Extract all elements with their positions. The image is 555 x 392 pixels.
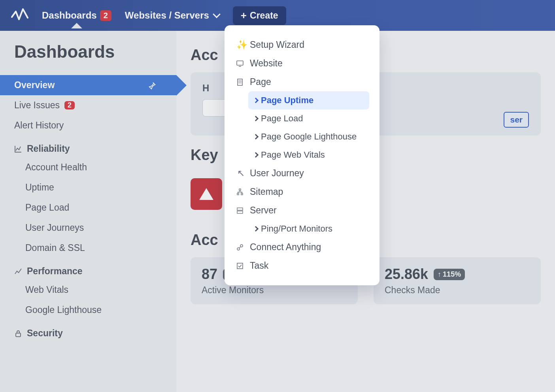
sitemap-icon [236, 188, 245, 196]
sidebar: Dashboards Overview Live Issues 2 Alert … [0, 31, 176, 392]
sidebar-alert-history-label: Alert History [14, 120, 64, 131]
nav-dashboards-badge: 2 [100, 10, 111, 21]
stat-monitors-label: Active Monitors [202, 285, 347, 296]
sidebar-group-security: Security [0, 320, 176, 342]
sidebar-web-vitals-label: Web Vitals [25, 285, 68, 295]
sidebar-item-page-load[interactable]: Page Load [0, 198, 176, 218]
dd-page-uptime[interactable]: Page Uptime [248, 91, 369, 109]
svg-rect-10 [237, 263, 243, 269]
dd-page[interactable]: Page [235, 73, 369, 91]
page-icon [236, 79, 245, 86]
dd-server[interactable]: Server [235, 201, 369, 220]
sidebar-item-overview[interactable]: Overview [0, 75, 176, 95]
sidebar-item-web-vitals[interactable]: Web Vitals [0, 280, 176, 300]
dd-setup-wizard[interactable]: ✨ Setup Wizard [235, 36, 369, 54]
sidebar-google-lighthouse-label: Google Lighthouse [25, 305, 102, 315]
stat-monitors-value: 87 [202, 266, 217, 283]
svg-rect-0 [16, 333, 21, 337]
dd-server-label: Server [250, 205, 277, 216]
chevron-right-icon [253, 98, 259, 103]
create-dropdown: ✨ Setup Wizard Website Page Page Uptime … [225, 25, 379, 285]
stat-checks-value: 25.86k [385, 266, 428, 283]
sidebar-group-performance-label: Performance [27, 266, 83, 277]
ser-button[interactable]: ser [504, 112, 529, 128]
dd-page-load[interactable]: Page Load [248, 109, 369, 128]
dd-sitemap[interactable]: Sitemap [235, 183, 369, 201]
dd-task[interactable]: Task [235, 256, 369, 275]
dd-setup-wizard-label: Setup Wizard [250, 40, 304, 50]
create-label: Create [250, 10, 278, 21]
task-icon [236, 262, 245, 270]
svg-rect-4 [237, 193, 239, 195]
dd-page-uptime-label: Page Uptime [261, 95, 313, 106]
stat-checks-delta: ↑ 115% [434, 269, 465, 280]
sidebar-overview-label: Overview [14, 80, 55, 90]
svg-rect-5 [241, 193, 243, 195]
sidebar-live-issues-label: Live Issues [14, 100, 60, 111]
dd-website-label: Website [250, 58, 283, 69]
alert-tile [191, 172, 222, 216]
sidebar-group-reliability: Reliability [0, 136, 176, 157]
chart-icon [14, 145, 22, 153]
sidebar-item-google-lighthouse[interactable]: Google Lighthouse [0, 300, 176, 320]
sidebar-item-user-journeys[interactable]: User Journeys [0, 218, 176, 238]
nav-websites-label: Websites / Servers [125, 10, 209, 21]
chevron-right-icon [253, 116, 259, 121]
sidebar-uptime-label: Uptime [25, 182, 54, 193]
svg-rect-7 [237, 211, 243, 213]
sidebar-item-uptime[interactable]: Uptime [0, 177, 176, 198]
sidebar-item-domain-ssl[interactable]: Domain & SSL [0, 238, 176, 258]
sidebar-account-health-label: Account Health [25, 162, 87, 173]
sidebar-item-account-health[interactable]: Account Health [0, 157, 176, 177]
dd-ping-port[interactable]: Ping/Port Monitors [248, 220, 369, 238]
chevron-down-icon [213, 10, 221, 18]
sidebar-group-reliability-label: Reliability [27, 143, 70, 154]
chevron-right-icon [253, 226, 259, 232]
sidebar-group-security-label: Security [27, 328, 63, 339]
nav-dashboards-label: Dashboards [42, 10, 97, 21]
ser-button-label: ser [510, 115, 523, 124]
server-icon [236, 207, 245, 214]
nav-dashboards[interactable]: Dashboards 2 [42, 10, 111, 21]
stat-tile-checks: 25.86k ↑ 115% Checks Made [374, 257, 541, 304]
sidebar-page-load-label: Page Load [25, 202, 69, 213]
dd-page-lighthouse-label: Page Google Lighthouse [261, 132, 357, 142]
chevron-right-icon [253, 152, 259, 158]
dd-page-label: Page [250, 77, 271, 87]
sidebar-domain-ssl-label: Domain & SSL [25, 243, 85, 253]
sidebar-item-live-issues[interactable]: Live Issues 2 [0, 95, 176, 115]
dd-page-web-vitals-label: Page Web Vitals [261, 150, 325, 160]
dd-task-label: Task [250, 260, 268, 271]
dd-connect-anything[interactable]: Connect Anything [235, 238, 369, 256]
svg-rect-1 [237, 61, 243, 65]
dd-website[interactable]: Website [235, 54, 369, 73]
dd-user-journey-label: User Journey [250, 168, 304, 179]
dd-user-journey[interactable]: ↖ User Journey [235, 164, 369, 183]
trend-icon [14, 268, 22, 275]
lock-icon [14, 330, 22, 337]
dd-page-lighthouse[interactable]: Page Google Lighthouse [248, 128, 369, 146]
dd-page-load-label: Page Load [261, 113, 303, 124]
sidebar-item-alert-history[interactable]: Alert History [0, 115, 176, 136]
nav-websites[interactable]: Websites / Servers [125, 10, 219, 21]
connect-icon [236, 244, 245, 251]
sidebar-user-journeys-label: User Journeys [25, 222, 84, 233]
svg-rect-2 [238, 79, 242, 85]
cursor-icon: ↖ [236, 168, 245, 179]
alert-icon [191, 178, 222, 210]
dd-ping-port-label: Ping/Port Monitors [261, 224, 332, 234]
logo-icon [11, 8, 28, 23]
dd-sitemap-label: Sitemap [250, 187, 283, 197]
monitor-icon [236, 60, 245, 67]
create-button[interactable]: + Create [233, 6, 286, 25]
dd-connect-anything-label: Connect Anything [250, 242, 321, 253]
svg-rect-6 [237, 208, 243, 210]
stat-checks-label: Checks Made [385, 285, 530, 296]
dd-page-web-vitals[interactable]: Page Web Vitals [248, 146, 369, 164]
sidebar-live-issues-badge: 2 [64, 101, 75, 109]
plus-icon: + [241, 10, 247, 21]
sidebar-title: Dashboards [14, 42, 176, 62]
chevron-right-icon [253, 134, 259, 139]
wand-icon: ✨ [236, 40, 245, 50]
pin-icon[interactable] [148, 81, 157, 90]
